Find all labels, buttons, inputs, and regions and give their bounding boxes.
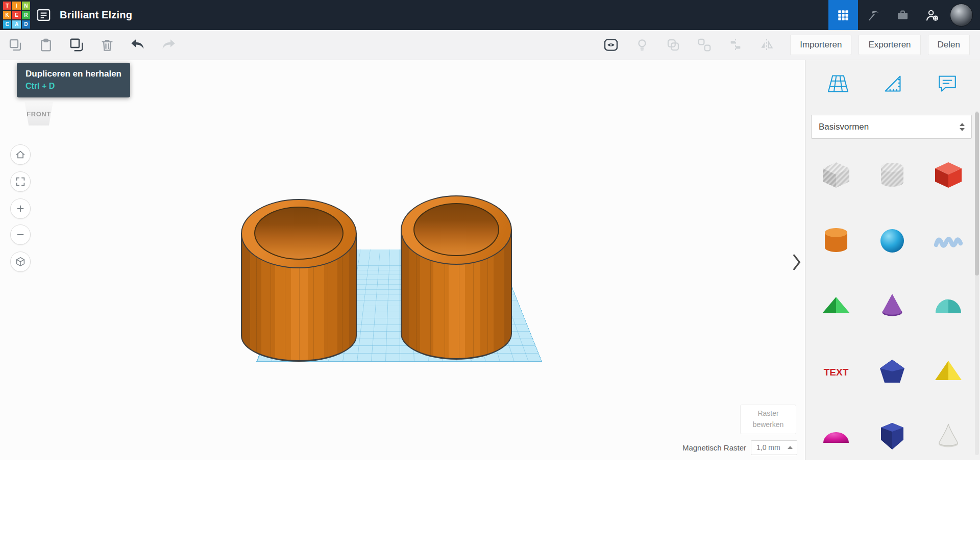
main-area: FRONT [0,60,980,460]
sidebar-scrollbar [975,111,979,455]
paste-icon[interactable] [37,36,55,54]
shape-pyramid[interactable] [932,354,965,388]
apps-grid-icon[interactable] [828,0,858,30]
duplicate-tooltip: Dupliceren en herhalen Ctrl + D [17,63,130,97]
sort-arrows-icon [959,122,965,132]
shape-paraboloid[interactable] [932,419,965,453]
design-list-icon[interactable] [36,7,52,23]
logo-tile-c: C [3,20,11,29]
hollow-cylinder-right[interactable] [401,195,512,360]
shape-polygon[interactable] [875,354,909,388]
logo-tile-a: A [12,20,20,29]
shape-round-roof[interactable] [932,289,965,322]
tooltip-shortcut: Ctrl + D [26,82,121,91]
cylinder-hole [254,207,344,260]
add-person-icon[interactable] [917,0,947,30]
svg-text:TEXT: TEXT [824,367,849,378]
shapes-panel: Basisvormen TEXT [805,60,980,460]
shape-hex-prism[interactable] [875,419,909,453]
shape-grid: TEXT [819,158,965,453]
shape-cone[interactable] [875,289,909,322]
shape-category-value: Basisvormen [819,122,869,132]
shape-half-sphere[interactable] [819,419,853,453]
mirror-icon[interactable] [757,36,776,54]
avatar[interactable] [950,4,973,27]
toolbar: Importeren Exporteren Delen [0,30,980,60]
logo-tile-i: I [12,2,20,10]
cylinder-hole [413,203,499,256]
show-all-icon[interactable] [602,36,620,54]
tooltip-title: Dupliceren en herhalen [26,69,121,79]
ruler-tool-icon[interactable] [878,69,907,98]
zoom-out-button[interactable] [10,224,31,245]
import-button[interactable]: Importeren [790,35,851,55]
logo-tile-r: R [22,11,30,19]
logo-tile-k: K [3,11,11,19]
snap-grid-select[interactable]: 1,0 mm [751,440,797,455]
logo-tile-e: E [12,11,20,19]
pickaxe-icon[interactable] [858,0,888,30]
tinkercad-logo[interactable]: TINKERCAD [3,2,30,29]
home-view-button[interactable] [10,144,31,165]
briefcase-icon[interactable] [888,0,917,30]
edit-grid-button[interactable]: Raster bewerken [740,405,796,434]
shape-category-select[interactable]: Basisvormen [811,115,972,139]
lightbulb-icon[interactable] [633,36,651,54]
hollow-cylinder-left[interactable] [241,199,357,362]
shape-text[interactable]: TEXT [819,354,853,388]
logo-tile-n: N [22,2,30,10]
delete-icon[interactable] [98,36,116,54]
shape-box-transparent[interactable] [819,158,853,192]
ungroup-icon[interactable] [695,36,714,54]
redo-icon[interactable] [159,36,178,54]
design-title[interactable]: Brilliant Elzing [60,0,132,30]
export-button[interactable]: Exporteren [859,35,920,55]
header-bar: TINKERCAD Brilliant Elzing [0,0,980,30]
plus-icon [15,203,26,214]
align-icon[interactable] [726,36,745,54]
duplicate-icon[interactable] [67,36,86,54]
caret-up-icon [788,446,793,449]
workplane-tool-icon[interactable] [824,69,852,98]
viewport-3d[interactable]: FRONT [0,60,804,460]
logo-tile-d: D [22,20,30,29]
fit-view-button[interactable] [10,171,31,192]
share-button[interactable]: Delen [928,35,970,55]
cube-icon [15,256,26,267]
shape-roof[interactable] [819,289,853,322]
shape-cylinder[interactable] [819,223,853,257]
tinkercad-app: TINKERCAD Brilliant Elzing [0,0,980,460]
shape-box[interactable] [932,158,965,192]
minus-icon [15,229,26,240]
notes-tool-icon[interactable] [933,69,962,98]
edit-grid-line1: Raster [741,408,796,419]
logo-tile-t: T [3,2,11,10]
edit-grid-line2: bewerken [741,419,796,431]
shape-sphere[interactable] [875,223,909,257]
home-icon [15,149,26,160]
sidebar-scrollbar-thumb[interactable] [975,112,979,276]
shape-cylinder-transparent[interactable] [875,158,909,192]
group-icon[interactable] [664,36,682,54]
snap-grid-label: Magnetisch Raster [682,443,746,452]
undo-icon[interactable] [129,36,147,54]
shape-scribble[interactable] [932,223,965,257]
perspective-toggle-button[interactable] [10,252,31,272]
zoom-in-button[interactable] [10,198,31,219]
collapse-panel-chevron[interactable] [792,254,803,272]
copy-icon[interactable] [6,36,24,54]
snap-grid-value: 1,0 mm [756,443,780,452]
view-cube-front[interactable]: FRONT [22,102,56,126]
fit-view-icon [15,176,26,187]
